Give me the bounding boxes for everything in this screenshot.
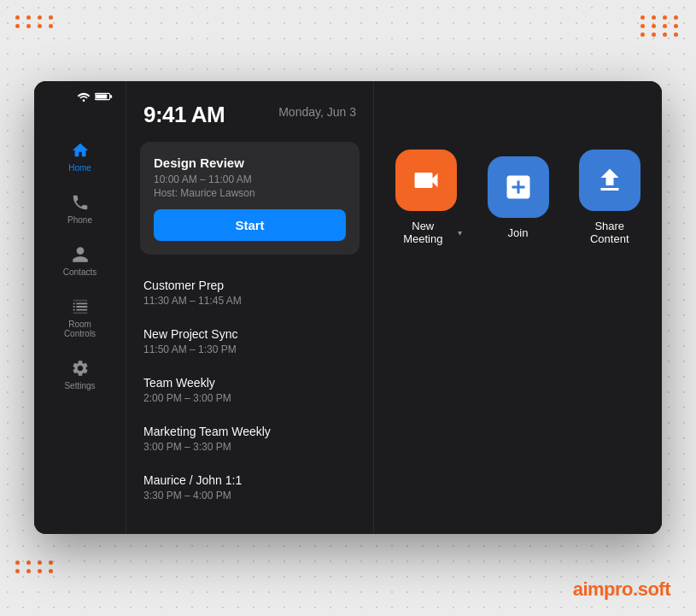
status-bar-icons xyxy=(77,91,114,102)
action-buttons-container: New Meeting ▾ Join xyxy=(391,150,645,245)
meeting-time: 3:30 PM – 4:00 PM xyxy=(143,490,356,502)
app-window: Home Phone Contacts Room Controls xyxy=(34,81,662,534)
sidebar: Home Phone Contacts Room Controls xyxy=(34,81,126,534)
meeting-name: New Project Sync xyxy=(143,327,356,341)
meeting-time: 3:00 PM – 3:30 PM xyxy=(143,441,356,453)
corner-dots-bl xyxy=(15,560,56,573)
plus-circle-icon xyxy=(503,172,534,202)
corner-dots-tr xyxy=(640,15,681,37)
left-panel: 9:41 AM Monday, Jun 3 Design Review 10:0… xyxy=(126,81,374,534)
list-item[interactable]: New Project Sync 11:50 AM – 1:30 PM xyxy=(126,317,373,366)
sidebar-item-phone[interactable]: Phone xyxy=(46,185,114,233)
brand-text: aimpro xyxy=(573,578,633,600)
contacts-icon xyxy=(71,245,90,264)
list-item[interactable]: Customer Prep 11:30 AM – 11:45 AM xyxy=(126,268,373,317)
meeting-name: Marketing Team Weekly xyxy=(143,425,356,438)
time-display: 9:41 AM xyxy=(143,102,225,128)
svg-rect-3 xyxy=(110,95,112,98)
main-content: 9:41 AM Monday, Jun 3 Design Review 10:0… xyxy=(126,81,662,534)
battery-icon xyxy=(95,91,114,102)
phone-label: Phone xyxy=(67,215,92,225)
start-meeting-button[interactable]: Start xyxy=(154,209,346,241)
sidebar-item-settings[interactable]: Settings xyxy=(46,350,114,399)
join-icon-bg xyxy=(488,156,549,218)
meeting-time: 11:50 AM – 1:30 PM xyxy=(143,343,356,355)
room-controls-icon xyxy=(71,297,90,316)
svg-point-0 xyxy=(83,99,85,102)
video-camera-icon xyxy=(411,165,442,196)
corner-dots-tl xyxy=(15,15,56,28)
meeting-name: Maurice / John 1:1 xyxy=(143,473,356,487)
sidebar-item-home[interactable]: Home xyxy=(46,132,114,181)
sidebar-item-room-controls[interactable]: Room Controls xyxy=(46,289,114,347)
phone-icon xyxy=(71,193,90,212)
time-header: 9:41 AM Monday, Jun 3 xyxy=(126,81,373,135)
meeting-name: Customer Prep xyxy=(143,279,356,292)
right-panel: New Meeting ▾ Join xyxy=(374,81,662,534)
list-item[interactable]: Maurice / John 1:1 3:30 PM – 4:00 PM xyxy=(126,463,373,512)
meeting-name: Team Weekly xyxy=(143,376,356,390)
new-meeting-button[interactable]: New Meeting ▾ xyxy=(391,150,462,245)
content-layout: 9:41 AM Monday, Jun 3 Design Review 10:0… xyxy=(126,81,662,534)
featured-meeting-card: Design Review 10:00 AM – 11:00 AM Host: … xyxy=(140,142,360,255)
meeting-list: Customer Prep 11:30 AM – 11:45 AM New Pr… xyxy=(126,268,373,512)
join-button[interactable]: Join xyxy=(488,156,549,239)
brand-suffix: soft xyxy=(638,578,670,600)
new-meeting-icon-bg xyxy=(395,150,457,211)
branding: aimpro.soft xyxy=(573,578,670,601)
date-display: Monday, Jun 3 xyxy=(278,102,356,119)
settings-icon xyxy=(71,359,90,378)
home-label: Home xyxy=(68,163,91,173)
home-icon xyxy=(71,141,90,160)
room-controls-label: Room Controls xyxy=(56,320,104,338)
meeting-time: 2:00 PM – 3:00 PM xyxy=(143,392,356,404)
share-content-label: Share Content xyxy=(575,220,645,245)
join-label: Join xyxy=(508,226,529,239)
featured-meeting-host: Host: Maurice Lawson xyxy=(154,187,346,199)
wifi-icon xyxy=(77,91,91,102)
chevron-down-icon: ▾ xyxy=(458,228,462,238)
sidebar-item-contacts[interactable]: Contacts xyxy=(46,237,114,285)
share-upload-icon xyxy=(594,165,625,196)
featured-meeting-time: 10:00 AM – 11:00 AM xyxy=(154,173,346,185)
list-item[interactable]: Marketing Team Weekly 3:00 PM – 3:30 PM xyxy=(126,414,373,463)
settings-label: Settings xyxy=(64,381,95,390)
share-content-icon-bg xyxy=(579,150,640,211)
meeting-time: 11:30 AM – 11:45 AM xyxy=(143,295,356,307)
new-meeting-label: New Meeting ▾ xyxy=(391,220,462,245)
svg-rect-2 xyxy=(96,94,107,98)
featured-meeting-title: Design Review xyxy=(154,155,346,170)
share-content-button[interactable]: Share Content xyxy=(575,150,645,245)
list-item[interactable]: Team Weekly 2:00 PM – 3:00 PM xyxy=(126,366,373,414)
contacts-label: Contacts xyxy=(63,267,97,277)
